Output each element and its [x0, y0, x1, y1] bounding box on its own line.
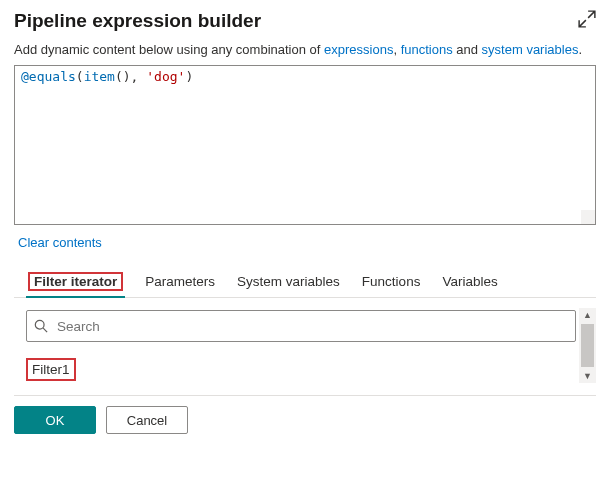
footer: OK Cancel: [14, 395, 596, 434]
svg-point-0: [35, 320, 44, 329]
page-title: Pipeline expression builder: [14, 10, 261, 32]
search-input[interactable]: [26, 310, 576, 342]
token-p3: ): [185, 69, 193, 84]
scrollbar[interactable]: ▲ ▼: [579, 308, 596, 383]
tab-variables[interactable]: Variables: [440, 266, 499, 297]
subtitle-sep1: ,: [393, 42, 400, 57]
subtitle-suffix: .: [578, 42, 582, 57]
scroll-thumb[interactable]: [581, 324, 594, 367]
tab-filter-iterator[interactable]: Filter iterator: [26, 266, 125, 297]
list: Filter1: [26, 358, 576, 381]
content-panel: Filter1 ▲ ▼: [14, 308, 596, 383]
ok-button[interactable]: OK: [14, 406, 96, 434]
search-wrapper: [26, 310, 576, 342]
editor-scroll-corner: [581, 210, 595, 224]
expression-editor[interactable]: @equals(item(), 'dog'): [14, 65, 596, 225]
scroll-down-icon[interactable]: ▼: [583, 369, 592, 383]
expression-content: @equals(item(), 'dog'): [15, 66, 595, 87]
highlight-filter-iterator: Filter iterator: [28, 272, 123, 291]
link-expressions[interactable]: expressions: [324, 42, 393, 57]
token-str: 'dog': [146, 69, 185, 84]
subtitle: Add dynamic content below using any comb…: [14, 42, 596, 57]
subtitle-prefix: Add dynamic content below using any comb…: [14, 42, 324, 57]
tab-parameters[interactable]: Parameters: [143, 266, 217, 297]
tabs: Filter iterator Parameters System variab…: [14, 266, 596, 298]
link-functions[interactable]: functions: [401, 42, 453, 57]
tab-functions[interactable]: Functions: [360, 266, 423, 297]
token-at: @equals: [21, 69, 76, 84]
link-system-variables[interactable]: system variables: [482, 42, 579, 57]
list-item-filter1[interactable]: Filter1: [26, 358, 76, 381]
search-icon: [34, 319, 48, 333]
scroll-up-icon[interactable]: ▲: [583, 308, 592, 322]
expand-icon[interactable]: [578, 10, 596, 28]
token-fn: item: [84, 69, 115, 84]
tab-system-variables[interactable]: System variables: [235, 266, 342, 297]
token-p1: (: [76, 69, 84, 84]
cancel-button[interactable]: Cancel: [106, 406, 188, 434]
token-p2: (),: [115, 69, 146, 84]
clear-contents-link[interactable]: Clear contents: [18, 235, 102, 250]
subtitle-sep2: and: [453, 42, 482, 57]
